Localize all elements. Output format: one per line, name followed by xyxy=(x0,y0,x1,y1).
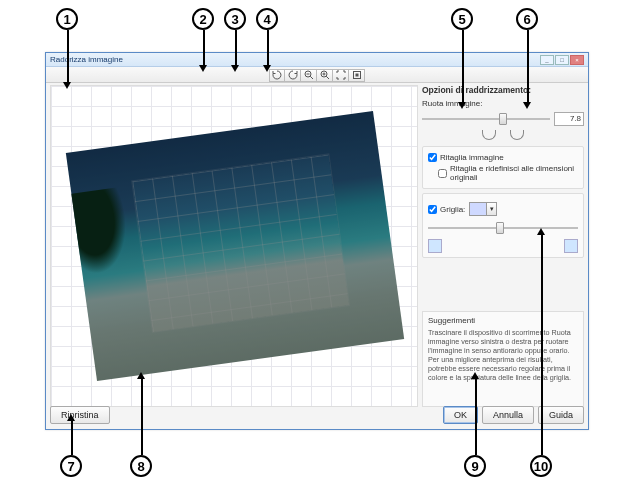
zoom-in-button[interactable] xyxy=(317,69,333,82)
crop-group: Ritaglia immagine Ritaglia e ridefinisci… xyxy=(422,146,584,189)
tips-body: Trascinare il dispositivo di scorrimento… xyxy=(428,328,578,382)
crop-grid-overlay xyxy=(132,154,349,331)
dropdown-icon[interactable]: ▾ xyxy=(486,203,496,215)
crop-region[interactable] xyxy=(132,154,349,331)
ok-button[interactable]: OK xyxy=(443,406,478,424)
preview-area[interactable] xyxy=(50,85,418,407)
maximize-button[interactable]: □ xyxy=(555,55,569,65)
panel-title: Opzioni di raddrizzamento: xyxy=(422,85,584,95)
minimize-button[interactable]: _ xyxy=(540,55,554,65)
crop-checkbox[interactable] xyxy=(428,153,437,162)
grid-checkbox-label: Griglia: xyxy=(440,205,465,214)
image-content xyxy=(71,187,139,286)
grid-swatch-coarse xyxy=(564,239,578,253)
callout-10: 10 xyxy=(530,455,552,477)
titlebar[interactable]: Raddrizza immagine _ □ × xyxy=(46,53,588,67)
rotate-slider[interactable]: 7.8 xyxy=(422,111,584,127)
svg-line-1 xyxy=(310,76,313,79)
cancel-button[interactable]: Annulla xyxy=(482,406,534,424)
grid-spacing-slider[interactable] xyxy=(428,220,578,236)
tips-box: Suggerimenti Trascinare il dispositivo d… xyxy=(422,311,584,407)
rotate-slider-thumb[interactable] xyxy=(499,113,507,125)
zoom-out-button[interactable] xyxy=(301,69,317,82)
crop-original-row[interactable]: Ritaglia e ridefinisci alle dimensioni o… xyxy=(438,164,578,182)
grid-slider-thumb[interactable] xyxy=(496,222,504,234)
rotated-image[interactable] xyxy=(66,111,404,381)
crop-checkbox-row[interactable]: Ritaglia immagine xyxy=(428,153,578,162)
grid-group: Griglia: ▾ xyxy=(422,193,584,258)
grid-preview-swatches xyxy=(428,239,578,253)
svg-line-4 xyxy=(326,76,329,79)
callout-1: 1 xyxy=(56,8,78,30)
grid-checkbox[interactable] xyxy=(428,205,437,214)
window-title: Raddrizza immagine xyxy=(50,55,123,64)
rotate-cw-button[interactable] xyxy=(285,69,301,82)
button-bar: Ripristina OK Annulla Guida xyxy=(50,405,584,425)
fit-screen-button[interactable] xyxy=(333,69,349,82)
toolbar xyxy=(46,67,588,83)
close-button[interactable]: × xyxy=(570,55,584,65)
crop-checkbox-label: Ritaglia immagine xyxy=(440,153,504,162)
help-button[interactable]: Guida xyxy=(538,406,584,424)
rotate-label: Ruota immagine: xyxy=(422,99,584,108)
callout-8: 8 xyxy=(130,455,152,477)
actual-pixels-button[interactable] xyxy=(349,69,365,82)
tips-title: Suggerimenti xyxy=(428,316,578,326)
arc-cw-icon xyxy=(510,130,524,140)
callout-4: 4 xyxy=(256,8,278,30)
options-panel: Opzioni di raddrizzamento: Ruota immagin… xyxy=(422,85,584,407)
callout-3: 3 xyxy=(224,8,246,30)
callout-2: 2 xyxy=(192,8,214,30)
image-wrap xyxy=(61,96,409,396)
arc-ccw-icon xyxy=(482,130,496,140)
rotate-ccw-button[interactable] xyxy=(269,69,285,82)
grid-color-picker[interactable]: ▾ xyxy=(469,202,497,216)
crop-original-checkbox[interactable] xyxy=(438,169,447,178)
grid-checkbox-row[interactable]: Griglia: xyxy=(428,205,465,214)
grid-color-swatch xyxy=(470,203,486,215)
reset-button[interactable]: Ripristina xyxy=(50,406,110,424)
crop-original-label: Ritaglia e ridefinisci alle dimensioni o… xyxy=(450,164,578,182)
callout-5: 5 xyxy=(451,8,473,30)
rotate-value[interactable]: 7.8 xyxy=(554,112,584,126)
grid-swatch-fine xyxy=(428,239,442,253)
callout-7: 7 xyxy=(60,455,82,477)
callout-6: 6 xyxy=(516,8,538,30)
dialog-window: Raddrizza immagine _ □ × Opzioni di radd… xyxy=(45,52,589,430)
callout-9: 9 xyxy=(464,455,486,477)
svg-rect-8 xyxy=(355,73,358,76)
